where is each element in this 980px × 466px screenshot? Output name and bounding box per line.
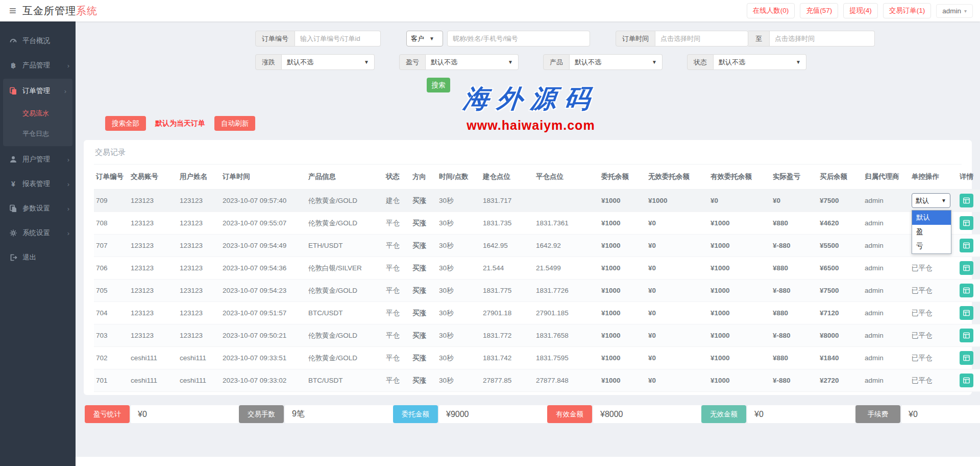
cell-user-name: 123123 — [178, 279, 220, 302]
detail-button[interactable] — [960, 351, 973, 365]
withdraw-count-button[interactable]: 提现(4) — [843, 3, 878, 18]
column-header: 订单时间 — [220, 165, 306, 190]
user-menu[interactable]: admin ▾ — [936, 4, 973, 18]
order-no-input[interactable]: 输入订单编号/订单id — [295, 31, 381, 46]
cell-detail — [958, 302, 980, 324]
cell-valid-balance: ¥1000 — [708, 235, 771, 257]
detail-button[interactable] — [960, 374, 973, 387]
sidebar-item-7[interactable]: 退出 — [0, 245, 76, 270]
cell-duration: 30秒 — [437, 212, 481, 235]
cell-order-id: 703 — [94, 324, 129, 347]
cell-open-price: 1642.95 — [481, 235, 534, 257]
cell-control: 已平仓 — [910, 347, 958, 369]
detail-button[interactable] — [960, 216, 973, 230]
cell-direction: 买涨 — [410, 212, 437, 235]
table-row: 7091231231231232023-10-07 09:57:40伦敦黄金/G… — [94, 190, 980, 212]
sidebar-item-5[interactable]: 参数设置› — [0, 196, 76, 221]
cell-user-name: 123123 — [178, 257, 220, 279]
cell-account: 123123 — [129, 190, 178, 212]
chevron-right-icon: › — [67, 156, 69, 164]
cell-valid-balance: ¥1000 — [708, 347, 771, 369]
cell-agent: admin — [863, 235, 910, 257]
cell-invalid-balance: ¥0 — [646, 235, 708, 257]
column-header: 实际盈亏 — [771, 165, 818, 190]
sidebar-item-0[interactable]: 平台概况 — [0, 29, 76, 53]
trade-records-table: 订单编号交易账号用户姓名订单时间产品信息状态方向时间/点数建仓点位平仓点位委托余… — [94, 165, 980, 392]
cell-close-price: 1831.7361 — [534, 212, 599, 235]
cell-open-price: 27877.85 — [481, 369, 534, 392]
filter-select[interactable]: 默认不选▼ — [426, 54, 519, 70]
detail-button[interactable] — [960, 284, 973, 297]
detail-button[interactable] — [960, 194, 973, 207]
cell-control: 默认▼默认盈亏 — [910, 190, 958, 212]
cell-agent: admin — [863, 257, 910, 279]
filter-select[interactable]: 默认不选▼ — [282, 54, 375, 70]
cell-product: 伦敦白银/SILVER — [306, 257, 384, 279]
online-count-button[interactable]: 在线人数(0) — [747, 3, 795, 18]
detail-button[interactable] — [960, 306, 973, 320]
dropdown-option[interactable]: 亏 — [912, 239, 951, 253]
summary-label: 交易手数 — [239, 405, 284, 423]
detail-button[interactable] — [960, 261, 973, 275]
time-end-input[interactable]: 点击选择时间 — [770, 31, 875, 46]
menu-toggle-icon[interactable]: ≡ — [9, 5, 16, 17]
sidebar-subitem-0[interactable]: 交易流水 — [3, 103, 72, 124]
table-row: 7061231231231232023-10-07 09:54:36伦敦白银/S… — [94, 257, 980, 279]
topbar-right: 在线人数(0) 充值(57) 提现(4) 交易订单(1) admin ▾ — [747, 3, 973, 18]
username: admin — [942, 7, 961, 15]
column-header: 有效委托余额 — [708, 165, 771, 190]
cell-product: ETH/USDT — [306, 235, 384, 257]
cell-after-balance: ¥5500 — [818, 235, 863, 257]
dropdown-option[interactable]: 默认 — [912, 211, 951, 225]
cell-duration: 30秒 — [437, 369, 481, 392]
summary-label: 手续费 — [855, 405, 900, 423]
cell-close-price: 21.5499 — [534, 257, 599, 279]
cell-invalid-balance: ¥0 — [646, 257, 708, 279]
filter-select-group-2: 产品默认不选▼ — [543, 54, 663, 70]
control-select[interactable]: 默认▼默认盈亏 — [912, 193, 950, 208]
trade-order-count-button[interactable]: 交易订单(1) — [883, 3, 932, 18]
sidebar-item-6[interactable]: 系统设置› — [0, 221, 76, 245]
cell-order-id: 702 — [94, 347, 129, 369]
chevron-down-icon: ▼ — [796, 59, 801, 65]
customer-input[interactable]: 昵称/姓名/手机号/编号 — [447, 31, 590, 46]
orders-icon — [9, 87, 17, 95]
cell-close-price: 1831.7595 — [534, 347, 599, 369]
chevron-down-icon: ▼ — [941, 198, 946, 203]
search-button[interactable]: 搜索 — [427, 78, 450, 92]
cell-status: 建仓 — [384, 190, 410, 212]
column-header: 时间/点数 — [437, 165, 481, 190]
dashboard-icon — [9, 37, 17, 45]
cell-close-price: 1831.7726 — [534, 279, 599, 302]
time-start-input[interactable]: 点击选择时间 — [655, 31, 748, 46]
cell-valid-balance: ¥1000 — [708, 257, 771, 279]
cell-control: 已平仓 — [910, 369, 958, 392]
sidebar-item-2[interactable]: 订单管理› — [3, 79, 72, 103]
cell-actual-profit: ¥-880 — [771, 324, 818, 347]
filter-select[interactable]: 默认不选▼ — [714, 54, 806, 70]
customer-type-select[interactable]: 客户▼ — [406, 31, 443, 46]
filter-select[interactable]: 默认不选▼ — [570, 54, 663, 70]
cell-control: 已平仓 — [910, 257, 958, 279]
summary-group-1: 交易手数9笔 — [239, 405, 393, 423]
auto-refresh-button[interactable]: 自动刷新 — [214, 116, 255, 131]
cell-open-price: 1831.775 — [481, 279, 534, 302]
cell-agent: admin — [863, 212, 910, 235]
cell-order-time: 2023-10-07 09:33:02 — [220, 369, 306, 392]
dropdown-option[interactable]: 盈 — [912, 225, 951, 239]
detail-button[interactable] — [960, 239, 973, 252]
sidebar-item-1[interactable]: ฿产品管理› — [0, 53, 76, 78]
filter-select-group-3: 状态默认不选▼ — [687, 54, 806, 70]
sidebar-item-4[interactable]: ¥报表管理› — [0, 172, 76, 196]
detail-button[interactable] — [960, 329, 973, 342]
gear-icon — [9, 229, 17, 237]
search-all-button[interactable]: 搜索全部 — [105, 116, 146, 131]
summary-label: 委托金额 — [393, 405, 438, 423]
cell-product: BTC/USDT — [306, 302, 384, 324]
cell-agent: admin — [863, 324, 910, 347]
summary-value: ¥8000 — [593, 405, 701, 423]
cell-valid-balance: ¥1000 — [708, 212, 771, 235]
sidebar-item-3[interactable]: 用户管理› — [0, 147, 76, 172]
sidebar-subitem-1[interactable]: 平仓日志 — [3, 124, 72, 144]
recharge-count-button[interactable]: 充值(57) — [800, 3, 838, 18]
